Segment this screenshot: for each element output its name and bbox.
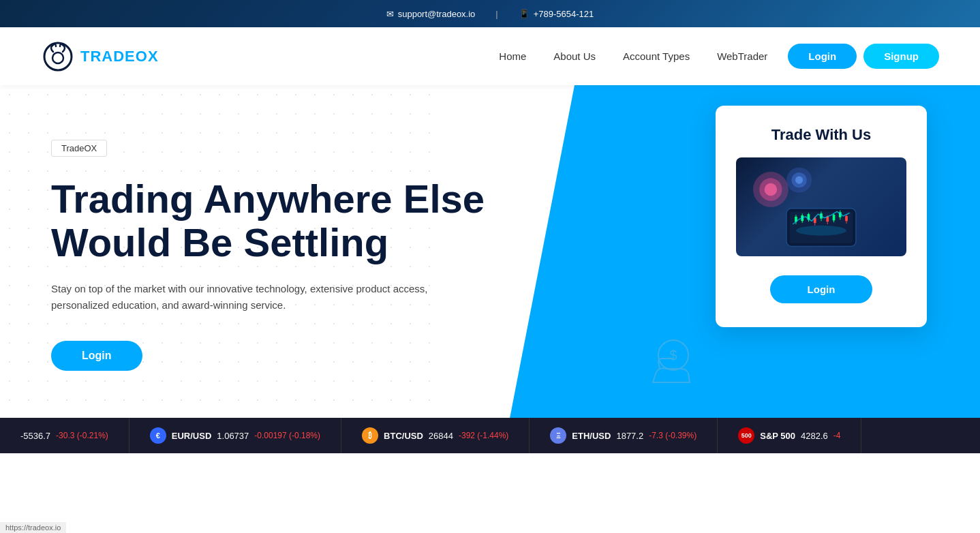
btcusd-name: BTC/USD <box>384 431 423 441</box>
ethusd-price: 1877.2 <box>616 431 643 441</box>
ethusd-name: ETH/USD <box>572 431 611 441</box>
breadcrumb: TradeOX <box>51 140 107 157</box>
eur-icon: € <box>150 427 166 444</box>
ticker-bar: -5536.7 -30.3 (-0.21%) € EUR/USD 1.06737… <box>0 418 980 453</box>
nav-account-types[interactable]: Account Types <box>623 50 690 62</box>
nav-links: Home About Us Account Types WebTrader <box>499 50 767 62</box>
status-bar: https://tradeox.io <box>0 522 66 533</box>
btcusd-price: 26844 <box>429 431 453 441</box>
trade-card: Trade With Us <box>716 106 927 327</box>
trade-card-image <box>736 157 906 256</box>
ticker-item-ethusd: Ξ ETH/USD 1877.2 -7.3 (-0.39%) <box>530 418 718 453</box>
hero-login-button[interactable]: Login <box>51 341 142 371</box>
nav-about[interactable]: About Us <box>553 50 596 62</box>
hero-subtitle: Stay on top of the market with our innov… <box>51 281 446 314</box>
ticker-partial-change: -30.3 (-0.21%) <box>56 431 108 440</box>
status-url: https://tradeox.io <box>5 523 61 532</box>
trade-card-title: Trade With Us <box>736 126 906 144</box>
eurusd-name: EUR/USD <box>172 431 212 441</box>
svg-point-8 <box>765 183 778 196</box>
hero-content: TradeOX Trading Anywhere Else Would Be S… <box>0 85 511 371</box>
logo[interactable]: TRADEOX <box>41 40 159 74</box>
navbar: TRADEOX Home About Us Account Types WebT… <box>0 27 980 85</box>
phone-contact: 📱 +789-5654-121 <box>519 9 594 19</box>
svg-text:$: $ <box>669 348 677 363</box>
trade-card-login-button[interactable]: Login <box>770 275 873 303</box>
ethusd-change: -7.3 (-0.39%) <box>649 431 696 440</box>
svg-rect-25 <box>833 215 836 220</box>
sp500-price: 4282.6 <box>801 431 828 441</box>
svg-rect-29 <box>845 216 848 221</box>
phone-text: +789-5654-121 <box>534 9 594 19</box>
ticker-content: -5536.7 -30.3 (-0.21%) € EUR/USD 1.06737… <box>0 418 861 453</box>
signup-button[interactable]: Signup <box>863 44 939 69</box>
email-icon: ✉ <box>386 9 394 19</box>
sp500-name: S&P 500 <box>760 431 795 441</box>
nav-home[interactable]: Home <box>499 50 526 62</box>
logo-text: TRADEOX <box>80 48 159 65</box>
ticker-item-eurusd: € EUR/USD 1.06737 -0.00197 (-0.18%) <box>129 418 341 453</box>
svg-point-1 <box>52 52 63 63</box>
login-button[interactable]: Login <box>788 44 857 69</box>
separator: | <box>495 9 497 19</box>
ticker-item-partial: -5536.7 -30.3 (-0.21%) <box>0 418 129 453</box>
email-contact: ✉ support@tradeox.io <box>386 9 476 19</box>
eth-icon: Ξ <box>550 427 566 444</box>
eurusd-change: -0.00197 (-0.18%) <box>254 431 320 440</box>
ticker-item-btcusd: ₿ BTC/USD 26844 -392 (-1.44%) <box>341 418 530 453</box>
nav-webtrader[interactable]: WebTrader <box>717 50 767 62</box>
hero-title: Trading Anywhere Else Would Be Settling <box>51 177 511 264</box>
logo-icon <box>41 40 75 74</box>
sp500-icon: 500 <box>738 427 754 444</box>
top-bar: ✉ support@tradeox.io | 📱 +789-5654-121 <box>0 0 980 27</box>
svg-point-0 <box>44 43 72 70</box>
ticker-item-sp500: 500 S&P 500 4282.6 -4 <box>718 418 861 453</box>
email-text: support@tradeox.io <box>398 9 476 19</box>
phone-icon: 📱 <box>519 9 530 19</box>
btcusd-change: -392 (-1.44%) <box>459 431 508 440</box>
hero-section: TradeOX Trading Anywhere Else Would Be S… <box>0 85 980 453</box>
svg-point-11 <box>795 177 803 184</box>
hero-decoration-icon: $ <box>639 331 707 412</box>
sp500-change: -4 <box>833 431 841 440</box>
eurusd-price: 1.06737 <box>217 431 249 441</box>
svg-point-30 <box>796 226 846 236</box>
btc-icon: ₿ <box>362 427 378 444</box>
ticker-partial-price: -5536.7 <box>20 431 50 441</box>
